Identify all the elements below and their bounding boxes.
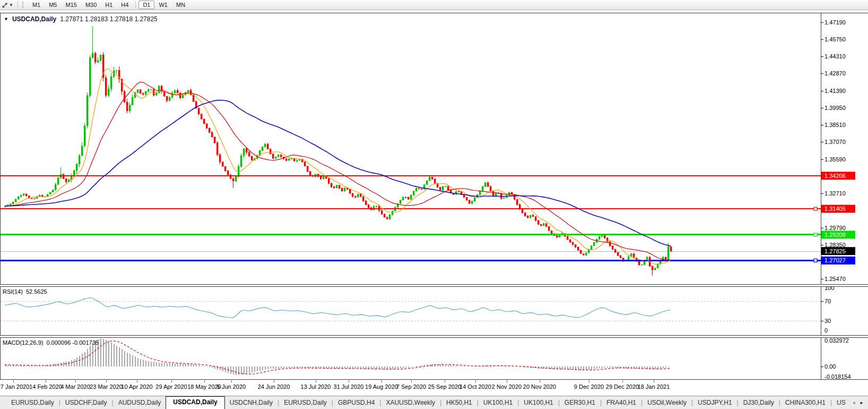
date-tick xyxy=(171,380,172,382)
chart-tab-dj30-daily[interactable]: DJ30,Daily xyxy=(739,397,779,409)
chart-tabbar: EURUSD,Daily|USDCHF,Daily|AUDUSD,DailyUS… xyxy=(0,396,868,409)
chart-tab-us[interactable]: US xyxy=(832,397,849,409)
timeframe-button-mn[interactable]: MN xyxy=(172,1,189,9)
rsi-value: 52.5625 xyxy=(26,288,47,295)
date-tick xyxy=(540,380,540,382)
toolbar-separator xyxy=(135,1,136,8)
date-tick xyxy=(274,380,274,382)
price-tick-label: 1.29790 xyxy=(824,225,846,231)
price-tick-label: 1.32710 xyxy=(824,190,846,197)
date-label: 9 Dec 2020 xyxy=(574,384,604,390)
price-tick-label: 1.42870 xyxy=(824,70,846,76)
price-tick-label: 1.47190 xyxy=(824,19,846,25)
macd-values: 0.000096 -0.001735 xyxy=(46,339,98,346)
macd-histogram xyxy=(5,338,671,375)
trading-terminal: ▼ M1M5M15M30H1H4D1W1MN ▼ USDCAD,Daily 1.… xyxy=(0,0,868,409)
date-label: 4 Mar 2020 xyxy=(60,384,90,390)
date-label: 5 Jun 2020 xyxy=(217,384,246,390)
date-tick xyxy=(75,380,76,382)
date-tick xyxy=(589,380,589,382)
main-chart-pane[interactable]: ▼ USDCAD,Daily 1.27871 1.28183 1.27818 1… xyxy=(0,13,868,285)
svg-text:1.27825: 1.27825 xyxy=(824,248,846,254)
price-tick-label: 1.37070 xyxy=(824,139,846,145)
chart-collapse-icon[interactable]: ▼ xyxy=(4,16,8,22)
chart-symbol-label: USDCAD,Daily xyxy=(12,15,56,23)
date-label: 23 Mar 2020 xyxy=(90,384,123,390)
date-tick xyxy=(349,380,349,382)
chart-tab-usdcad-daily[interactable]: USDCAD,Daily xyxy=(166,396,224,409)
chart-tab-gbpusd-h4[interactable]: GBPUSD,H4 xyxy=(333,397,379,409)
price-axis-labels: 1.471901.457501.443101.428701.413901.399… xyxy=(821,19,846,282)
chart-tab-eurusd-daily[interactable]: EURUSD,Daily xyxy=(279,397,332,409)
time-axis[interactable]: 27 Jan 202014 Feb 20204 Mar 202023 Mar 2… xyxy=(0,380,868,396)
rsi-axis-label: 100 xyxy=(824,287,834,291)
rsi-axis-label: 70 xyxy=(824,298,831,304)
horizontal-line-1.27027[interactable] xyxy=(1,259,821,262)
candles xyxy=(4,26,672,276)
date-tick xyxy=(654,380,654,382)
chart-tab-ger30-h1[interactable]: GER30,H1 xyxy=(560,397,600,409)
svg-text:1.27027: 1.27027 xyxy=(824,257,846,263)
rsi-indicator-pane[interactable]: RSI(14) 52.5625 10070300 xyxy=(0,286,868,336)
tab-scroll-right-icon[interactable]: ► xyxy=(860,401,864,405)
tab-scroll-left-icon[interactable]: ◄ xyxy=(852,401,856,405)
chart-tab-usdcnh-daily[interactable]: USDCNH,Daily xyxy=(225,397,277,409)
chart-tab-fra40-h1[interactable]: FRA40,H1 xyxy=(602,397,641,409)
timeframe-button-m30[interactable]: M30 xyxy=(81,1,101,9)
horizontal-line-1.29208[interactable] xyxy=(1,233,821,236)
timeframe-button-h4[interactable]: H4 xyxy=(117,1,133,9)
rsi-line xyxy=(5,298,671,318)
price-tick-label: 1.39950 xyxy=(824,105,846,111)
chart-tab-hk50-h1[interactable]: HK50,H1 xyxy=(441,397,477,409)
pointer-tool-icon[interactable] xyxy=(2,2,8,8)
timeframe-button-m15[interactable]: M15 xyxy=(61,1,81,9)
chart-tab-eurusd-daily[interactable]: EURUSD,Daily xyxy=(6,397,59,409)
price-tick-label: 1.38510 xyxy=(824,122,846,128)
date-label: 24 Jun 2020 xyxy=(258,384,290,390)
date-tick xyxy=(622,380,623,382)
timeframe-button-m5[interactable]: M5 xyxy=(45,1,61,9)
date-label: 29 Dec 2020 xyxy=(606,384,639,390)
chart-tab-usdchf-daily[interactable]: USDCHF,Daily xyxy=(60,397,112,409)
date-label: 29 Apr 2020 xyxy=(155,384,187,390)
chart-tab-uk100-h1[interactable]: UK100,H1 xyxy=(479,397,517,409)
date-label: 14 Oct 2020 xyxy=(459,384,491,390)
date-tick xyxy=(445,380,445,382)
date-label: 18 Jan 2021 xyxy=(638,384,670,390)
chart-tab-uk100-h1[interactable]: UK100,H1 xyxy=(519,397,558,409)
toolbar-grip-handle[interactable] xyxy=(22,2,24,8)
date-tick xyxy=(507,380,507,382)
date-label: 27 Jan 2020 xyxy=(0,384,29,390)
date-tick xyxy=(46,380,46,382)
chart-tab-xauusd-weekly[interactable]: XAUUSD,Weekly xyxy=(381,397,439,409)
horizontal-line-1.31405[interactable] xyxy=(1,207,821,210)
price-tick-label: 1.45750 xyxy=(824,36,846,42)
chart-tab-audusd-daily[interactable]: AUDUSD,Daily xyxy=(114,397,166,409)
candlestick-chart: 1.471901.457501.443101.428701.413901.399… xyxy=(1,13,867,284)
macd-axis-top: 0.032972 xyxy=(824,338,849,344)
pointer-tool-glyph xyxy=(2,2,8,8)
date-label: 14 Feb 2020 xyxy=(29,384,62,390)
timeframe-button-m1[interactable]: M1 xyxy=(28,1,45,9)
date-label: 25 Sep 2020 xyxy=(428,384,461,390)
date-label: 18 May 2020 xyxy=(187,384,221,390)
moving-average-slow xyxy=(5,100,671,246)
pointer-tool-dropdown-icon[interactable]: ▼ xyxy=(9,3,13,7)
macd-indicator-pane[interactable]: MACD(12,26,9) 0.000096 -0.001735 0.03297… xyxy=(0,337,868,380)
chart-tab-usoil-weekly[interactable]: USOil,Weekly xyxy=(643,397,691,409)
chart-tab-china300-h1[interactable]: CHINA300,H1 xyxy=(780,397,830,409)
date-label: 10 Apr 2020 xyxy=(121,384,152,390)
moving-average-mid xyxy=(5,82,671,260)
timeframe-button-w1[interactable]: W1 xyxy=(154,1,172,9)
chart-tab-usdjpy-h1[interactable]: USDJPY,H1 xyxy=(693,397,736,409)
price-tick-label: 1.25470 xyxy=(824,276,846,282)
timeframe-button-d1[interactable]: D1 xyxy=(138,1,154,9)
svg-text:1.31405: 1.31405 xyxy=(824,206,846,212)
price-badge: 1.29208 xyxy=(821,231,855,238)
macd-signal-line xyxy=(5,341,671,374)
svg-text:1.29208: 1.29208 xyxy=(824,232,846,238)
date-label: 19 Aug 2020 xyxy=(365,384,398,390)
price-tick-label: 1.44310 xyxy=(824,53,846,59)
timeframe-button-h1[interactable]: H1 xyxy=(101,1,117,9)
date-tick xyxy=(204,380,205,382)
